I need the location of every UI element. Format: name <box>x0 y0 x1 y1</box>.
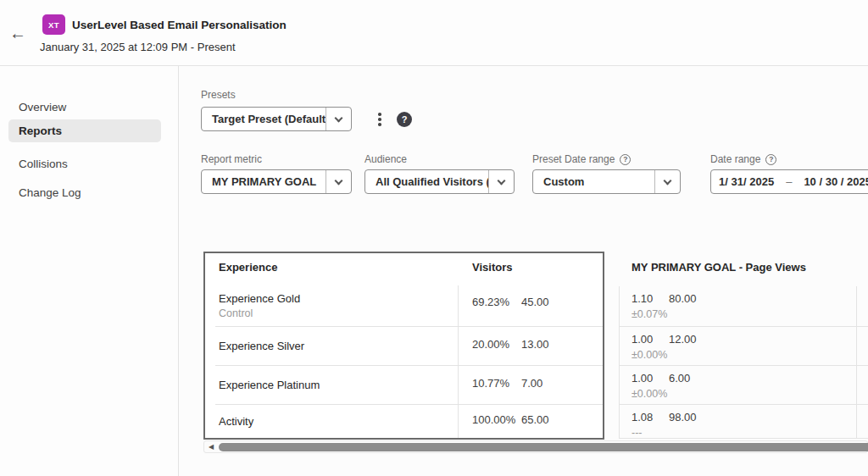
experience-control-tag: Control <box>219 307 448 319</box>
goal-rate: 1.10 <box>632 292 669 305</box>
report-metric-label: Report metric <box>201 153 262 165</box>
column-header-goal: MY PRIMARY GOAL - Page Views <box>632 261 806 274</box>
date-range-end[interactable]: 10 / 30 / 2025 <box>804 175 868 188</box>
app-header: ← XT UserLevel Based Email Personalisati… <box>0 0 868 66</box>
row-divider <box>619 404 868 405</box>
table-row-goal: 1.08 98.00 --- <box>632 411 697 439</box>
date-range-input[interactable]: 1/ 31/ 2025 – 10 / 30 / 2025 <box>710 169 868 194</box>
goal-column-divider <box>619 286 620 438</box>
date-range-label: Date range ? <box>710 153 776 165</box>
experience-name: Experience Silver <box>219 340 448 352</box>
goal-confidence: ±0.07% <box>632 308 697 320</box>
visitors-percent: 100.00% <box>472 413 521 426</box>
preset-date-range-help-icon[interactable]: ? <box>620 154 631 165</box>
preset-date-range-label-text: Preset Date range <box>532 153 615 165</box>
chevron-down-icon <box>488 170 514 193</box>
column-header-visitors: Visitors <box>472 261 512 274</box>
visitors-count: 13.00 <box>521 338 549 351</box>
help-icon[interactable]: ? <box>397 112 412 127</box>
goal-rate: 1.00 <box>632 372 669 385</box>
activity-date-range: January 31, 2025 at 12:09 PM - Present <box>40 41 236 53</box>
report-metric-label-text: Report metric <box>201 153 262 165</box>
goal-column-right-divider <box>856 286 857 438</box>
chevron-down-icon <box>326 108 351 130</box>
chevron-down-icon <box>654 170 680 193</box>
horizontal-scrollbar[interactable]: ◀ <box>203 440 868 453</box>
table-row-goal: 1.10 80.00 ±0.07% <box>632 292 697 320</box>
goal-confidence: --- <box>632 427 697 439</box>
table-row-visitors: 10.77% 7.00 <box>472 377 542 390</box>
date-range-label-text: Date range <box>710 153 760 165</box>
preset-date-range-value: Custom <box>533 170 654 193</box>
goal-confidence: ±0.00% <box>632 388 690 400</box>
table-row-experience-name: Activity <box>219 404 448 438</box>
column-divider <box>458 285 459 438</box>
column-header-experience: Experience <box>219 261 277 274</box>
table-row-goal: 1.00 6.00 ±0.00% <box>632 372 690 400</box>
presets-label: Presets <box>201 89 236 101</box>
row-divider <box>619 365 868 366</box>
visitors-count: 7.00 <box>521 377 542 390</box>
report-table: Experience Visitors MY PRIMARY GOAL - Pa… <box>203 252 868 443</box>
experience-name: Experience Platinum <box>219 379 448 391</box>
sidebar-item-reports[interactable]: Reports <box>8 119 161 142</box>
goal-count: 98.00 <box>669 411 697 423</box>
report-metric-dropdown[interactable]: MY PRIMARY GOAL <box>201 169 352 194</box>
activity-title: UserLevel Based Email Personalisation <box>72 19 287 31</box>
table-row-visitors: 100.00% 65.00 <box>472 413 549 426</box>
goal-count: 80.00 <box>669 292 697 305</box>
date-range-help-icon[interactable]: ? <box>765 154 776 165</box>
audience-dropdown[interactable]: All Qualified Visitors (... <box>364 169 515 194</box>
audience-value: All Qualified Visitors (... <box>365 170 488 193</box>
presets-dropdown[interactable]: Target Preset (Default) <box>201 107 352 131</box>
table-row-experience-name: Experience Platinum <box>219 365 448 404</box>
date-range-separator: – <box>786 175 792 188</box>
table-row-visitors: 69.23% 45.00 <box>472 296 549 308</box>
report-metric-value: MY PRIMARY GOAL <box>202 170 326 193</box>
visitors-count: 65.00 <box>521 413 549 426</box>
row-divider <box>619 326 868 327</box>
table-row-visitors: 20.00% 13.00 <box>472 338 549 351</box>
date-range-start[interactable]: 1/ 31/ 2025 <box>719 175 774 188</box>
activity-type-badge: XT <box>42 14 65 35</box>
sidebar-item-change-log[interactable]: Change Log <box>8 181 161 204</box>
table-row-goal: 1.00 12.00 ±0.00% <box>632 333 697 361</box>
goal-confidence: ±0.00% <box>632 349 697 361</box>
visitors-count: 45.00 <box>521 296 549 308</box>
experience-name: Activity <box>219 415 448 428</box>
sidebar-item-overview[interactable]: Overview <box>8 96 161 119</box>
more-actions-button[interactable] <box>373 111 387 128</box>
goal-count: 12.00 <box>669 333 697 346</box>
audience-label-text: Audience <box>364 153 407 165</box>
back-button[interactable]: ← <box>7 22 29 44</box>
sidebar-item-collisions[interactable]: Collisions <box>8 152 161 175</box>
table-row-experience-name: Experience Silver <box>219 326 448 365</box>
scrollbar-thumb[interactable] <box>219 443 868 451</box>
scroll-left-icon[interactable]: ◀ <box>209 443 214 451</box>
audience-label: Audience <box>364 153 407 165</box>
chevron-down-icon <box>326 170 351 193</box>
goal-rate: 1.00 <box>632 333 669 346</box>
goal-rate: 1.08 <box>632 411 669 423</box>
table-row-experience-name: Experience Gold Control <box>219 285 448 326</box>
visitors-percent: 20.00% <box>472 338 521 351</box>
visitors-percent: 69.23% <box>472 296 521 308</box>
presets-dropdown-value: Target Preset (Default) <box>202 108 326 130</box>
preset-date-range-label: Preset Date range ? <box>532 153 631 165</box>
visitors-percent: 10.77% <box>472 377 521 390</box>
sidebar: Overview Reports Collisions Change Log <box>0 66 179 476</box>
experience-name: Experience Gold <box>219 292 448 305</box>
preset-date-range-dropdown[interactable]: Custom <box>532 169 681 194</box>
goal-count: 6.00 <box>669 372 690 385</box>
